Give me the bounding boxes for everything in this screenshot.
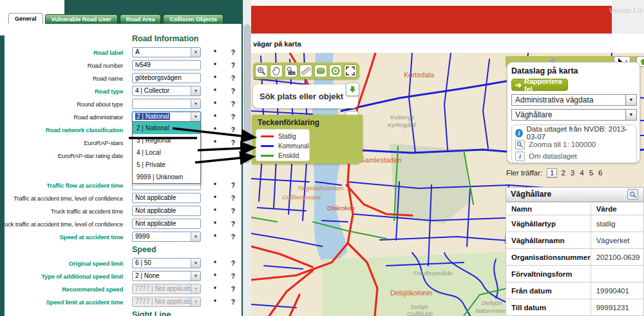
zoom-scale-button[interactable]: 1:500 xyxy=(285,64,298,77)
field-select[interactable]: 9999▼ xyxy=(132,232,201,242)
draw-area-button[interactable] xyxy=(314,64,327,77)
chevron-down-icon[interactable]: ▼ xyxy=(191,297,200,306)
panel-collapse-button[interactable] xyxy=(346,83,359,96)
layer-select[interactable]: Administrativa vägdata ▼ xyxy=(511,94,637,106)
chevron-down-icon[interactable]: ▼ xyxy=(625,110,636,120)
zoom-in-button[interactable] xyxy=(255,64,268,77)
attribute-name-cell: Väghållartyp xyxy=(506,215,591,232)
dropdown-option[interactable]: 3 | Regional xyxy=(133,134,200,146)
chevron-down-icon[interactable]: ▼ xyxy=(191,48,200,57)
about-layer-text[interactable]: Om dataslaget xyxy=(529,152,577,160)
zoom-to-text[interactable]: Zooma till 1: 100000 xyxy=(529,141,596,148)
zoom-in-icon xyxy=(256,66,267,76)
help-marker[interactable]: ? xyxy=(229,126,237,133)
field-select[interactable]: A▼ xyxy=(132,47,201,57)
field-select[interactable]: 7777 | Not applicable▼ xyxy=(132,297,201,307)
field-label: Road network classification xyxy=(5,123,128,136)
field-label: Road name xyxy=(5,72,128,84)
scrollbar-thumb[interactable] xyxy=(244,25,251,163)
tab-general[interactable]: General xyxy=(8,13,43,24)
tab-vulnerable-road-user[interactable]: Vulnerable Road User xyxy=(45,14,118,24)
sublayer-select[interactable]: Väghållare ▼ xyxy=(511,109,637,121)
search-input[interactable]: Sök plats eller objekt xyxy=(253,84,358,108)
table-row: Väghållartypstatlig xyxy=(506,215,644,232)
chevron-down-icon[interactable]: ▼ xyxy=(191,232,200,241)
dropdown-option[interactable]: 5 | Private xyxy=(133,159,200,171)
pan-hand-button[interactable] xyxy=(270,64,283,77)
field-select[interactable]: 6 | 50▼ xyxy=(132,258,201,268)
page-number[interactable]: 3 xyxy=(571,169,574,177)
help-marker[interactable]: ? xyxy=(229,74,237,82)
chevron-down-icon[interactable]: ▼ xyxy=(191,272,200,281)
form-spacer xyxy=(5,162,242,179)
field-control: 2 | National▼ xyxy=(132,112,201,122)
tab-collision-objects[interactable]: Collision Objects xyxy=(163,14,223,24)
dataslag-panel: Dataslag på karta ➜ Rapportera fel Admin… xyxy=(507,62,640,163)
vaghallare-table: NamnVärde VäghållartypstatligVäghållarna… xyxy=(506,202,644,316)
page-number[interactable]: 5 xyxy=(589,169,593,177)
dropdown-option[interactable]: 2 | National xyxy=(133,122,200,134)
tab-road-area[interactable]: Road Area xyxy=(120,14,162,24)
chevron-down-icon[interactable]: ▼ xyxy=(191,99,200,108)
section-zoom-button[interactable] xyxy=(627,189,638,200)
svg-text:1:500: 1:500 xyxy=(289,72,295,75)
field-control: Not applicable xyxy=(132,206,201,216)
form-row: Original speed limit6 | 50▼*? xyxy=(5,257,242,270)
chevron-down-icon[interactable]: ▼ xyxy=(625,95,636,105)
field-select[interactable]: ▼ xyxy=(132,99,201,109)
legend-item: Statlig xyxy=(256,132,309,141)
help-marker[interactable]: ? xyxy=(229,259,237,267)
help-marker[interactable]: ? xyxy=(229,100,237,108)
about-layer-button[interactable]: i xyxy=(515,152,525,161)
page-number[interactable]: 6 xyxy=(598,169,602,177)
help-marker[interactable]: ? xyxy=(229,181,237,189)
required-marker: * xyxy=(201,114,229,121)
field-input[interactable]: Not applicable xyxy=(132,193,201,203)
help-marker[interactable]: ? xyxy=(229,207,237,215)
form-tab-bar: GeneralVulnerable Road UserRoad AreaColl… xyxy=(8,14,223,24)
report-error-button[interactable]: ➜ Rapportera fel xyxy=(511,79,568,91)
help-marker[interactable]: ? xyxy=(229,113,237,121)
help-marker[interactable]: ? xyxy=(229,285,237,293)
field-select[interactable]: 7777 | Not applicable▼ xyxy=(132,284,201,294)
help-marker[interactable]: ? xyxy=(229,220,237,228)
app-header-banner xyxy=(251,6,612,34)
page-number[interactable]: 1 xyxy=(547,168,557,177)
road-administrator-dropdown-list[interactable]: 2 | National3 | Regional4 | Local5 | Pri… xyxy=(132,121,201,184)
field-input[interactable]: lv549 xyxy=(132,60,201,70)
legend-line-swatch xyxy=(261,155,274,157)
field-select[interactable]: 2 | None▼ xyxy=(132,271,201,281)
chevron-down-icon[interactable]: ▼ xyxy=(191,112,200,121)
field-select[interactable]: 2 | National▼ xyxy=(132,112,201,122)
page-number[interactable]: 4 xyxy=(580,169,583,177)
field-input[interactable]: Not applicable xyxy=(132,206,201,216)
field-select[interactable]: 4 | Collector▼ xyxy=(132,86,201,96)
field-control: 6 | 50▼ xyxy=(132,258,201,268)
help-marker[interactable]: ? xyxy=(229,87,237,95)
help-marker[interactable]: ? xyxy=(229,48,237,56)
attribute-value-cell: statlig xyxy=(591,215,643,232)
dropdown-option[interactable]: 4 | Local xyxy=(133,146,200,159)
help-marker[interactable]: ? xyxy=(229,61,237,69)
help-marker[interactable]: ? xyxy=(229,233,237,241)
measure-ruler-button[interactable] xyxy=(299,64,312,77)
zoom-to-scale-button[interactable] xyxy=(515,140,525,150)
field-input[interactable]: göteborgsvägen xyxy=(132,73,201,83)
help-marker[interactable]: ? xyxy=(229,298,237,306)
measure-ruler-icon xyxy=(301,66,311,76)
form-scrollbar[interactable] xyxy=(243,0,251,316)
version-text: Version:1.0.0. xyxy=(609,7,644,14)
full-extent-button[interactable] xyxy=(344,64,357,77)
locate-button[interactable] xyxy=(329,64,342,77)
help-marker[interactable]: ? xyxy=(229,272,237,280)
full-extent-icon xyxy=(345,66,355,76)
help-marker[interactable]: ? xyxy=(229,139,237,146)
field-input[interactable]: Not applicable xyxy=(132,219,201,229)
dropdown-option[interactable]: 9999 | Unknown xyxy=(133,171,200,183)
field-label: EuroRAP-stars xyxy=(5,136,128,149)
chevron-down-icon[interactable]: ▼ xyxy=(191,284,200,293)
chevron-down-icon[interactable]: ▼ xyxy=(191,86,200,95)
chevron-down-icon[interactable]: ▼ xyxy=(191,259,200,268)
page-number[interactable]: 2 xyxy=(561,169,565,177)
help-marker[interactable]: ? xyxy=(229,194,237,202)
